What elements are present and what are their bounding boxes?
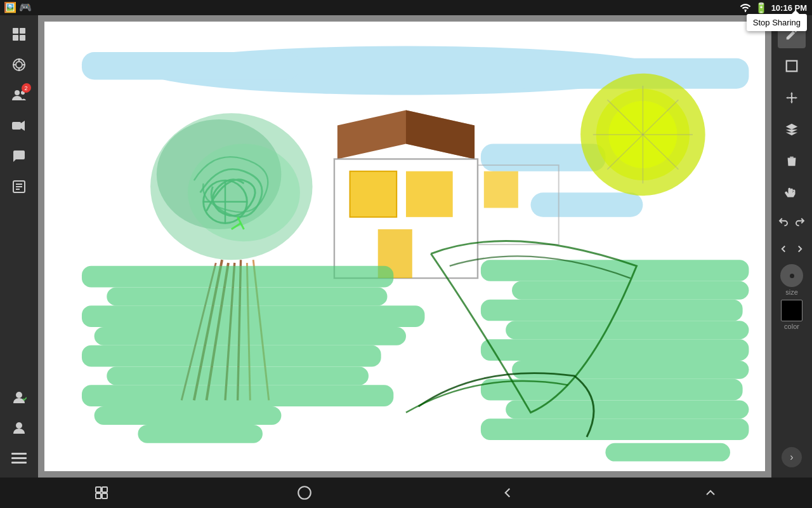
right-toolbar: size color › bbox=[771, 15, 812, 478]
svg-rect-25 bbox=[82, 52, 300, 79]
svg-rect-74 bbox=[512, 361, 749, 379]
svg-rect-64 bbox=[82, 345, 381, 367]
layers-tool-button[interactable] bbox=[778, 116, 806, 144]
status-bar: 🖼️ 🎮 🔋 10:16 PM bbox=[0, 0, 812, 15]
svg-point-18 bbox=[16, 392, 22, 398]
time-display: 10:16 PM bbox=[771, 3, 807, 13]
svg-point-86 bbox=[298, 486, 311, 499]
svg-rect-76 bbox=[506, 400, 749, 418]
sidebar-item-hamburger[interactable] bbox=[5, 444, 33, 472]
stop-sharing-tooltip[interactable]: Stop Sharing bbox=[747, 14, 807, 31]
svg-rect-2 bbox=[20, 28, 25, 34]
sidebar-item-thumbnail[interactable] bbox=[5, 20, 33, 48]
next-button[interactable] bbox=[792, 237, 808, 260]
svg-rect-21 bbox=[11, 457, 27, 459]
users-badge: 2 bbox=[22, 83, 31, 92]
svg-rect-63 bbox=[95, 327, 406, 345]
svg-point-12 bbox=[21, 91, 25, 95]
svg-rect-73 bbox=[481, 339, 749, 361]
canvas-area[interactable] bbox=[38, 15, 771, 478]
size-selector[interactable] bbox=[780, 264, 803, 287]
recent-apps-button[interactable] bbox=[82, 480, 121, 505]
app-thumb-2: 🎮 bbox=[19, 1, 32, 13]
svg-rect-61 bbox=[107, 287, 387, 305]
size-label: size bbox=[785, 288, 798, 296]
svg-rect-60 bbox=[82, 266, 393, 288]
sidebar-item-follow[interactable] bbox=[5, 384, 33, 411]
left-sidebar: 2 bbox=[0, 15, 38, 478]
svg-rect-13 bbox=[12, 122, 21, 130]
undo-button[interactable] bbox=[776, 211, 791, 234]
svg-rect-77 bbox=[481, 418, 749, 440]
drawing-svg bbox=[44, 22, 765, 471]
svg-rect-69 bbox=[481, 260, 749, 281]
svg-rect-83 bbox=[102, 487, 107, 492]
drawing-canvas[interactable] bbox=[44, 22, 765, 471]
color-label: color bbox=[784, 323, 799, 330]
undo-redo-group bbox=[776, 211, 808, 234]
size-control[interactable]: size bbox=[780, 264, 803, 296]
delete-tool-button[interactable] bbox=[778, 147, 806, 175]
svg-rect-75 bbox=[481, 379, 743, 401]
svg-rect-49 bbox=[406, 171, 453, 217]
svg-rect-70 bbox=[512, 281, 749, 300]
svg-rect-85 bbox=[102, 493, 107, 498]
svg-rect-28 bbox=[531, 192, 643, 217]
svg-rect-79 bbox=[787, 61, 797, 72]
svg-rect-82 bbox=[96, 487, 101, 492]
expand-container: › bbox=[782, 447, 802, 472]
svg-rect-65 bbox=[107, 367, 369, 385]
svg-rect-22 bbox=[11, 462, 27, 464]
svg-point-19 bbox=[16, 422, 22, 429]
rectangle-tool-button[interactable] bbox=[778, 52, 806, 80]
svg-rect-66 bbox=[82, 385, 393, 406]
battery-icon: 🔋 bbox=[755, 2, 768, 14]
bottom-bar bbox=[0, 478, 812, 508]
app-thumbnails: 🖼️ 🎮 bbox=[0, 0, 36, 15]
svg-rect-1 bbox=[13, 28, 18, 34]
expand-button[interactable]: › bbox=[782, 447, 802, 467]
color-swatch[interactable] bbox=[781, 300, 802, 321]
svg-rect-47 bbox=[350, 171, 397, 217]
svg-point-6 bbox=[16, 62, 22, 68]
svg-rect-3 bbox=[13, 35, 18, 41]
svg-rect-20 bbox=[11, 453, 27, 455]
back-button[interactable] bbox=[488, 480, 527, 505]
sidebar-item-notes[interactable] bbox=[5, 173, 33, 201]
svg-rect-67 bbox=[95, 406, 282, 425]
svg-point-11 bbox=[15, 90, 20, 95]
app-thumb-1: 🖼️ bbox=[4, 1, 16, 13]
sidebar-item-video[interactable] bbox=[5, 112, 33, 140]
nav-arrows-group bbox=[776, 237, 808, 260]
svg-rect-52 bbox=[484, 171, 518, 208]
svg-rect-78 bbox=[605, 443, 730, 462]
sidebar-item-target[interactable] bbox=[5, 51, 33, 79]
sidebar-item-chat[interactable] bbox=[5, 142, 33, 170]
home-button[interactable] bbox=[285, 480, 324, 505]
svg-rect-71 bbox=[481, 300, 743, 321]
size-dot bbox=[790, 274, 794, 278]
move-tool-button[interactable] bbox=[778, 84, 806, 112]
svg-rect-4 bbox=[20, 35, 25, 41]
sidebar-item-users[interactable]: 2 bbox=[5, 81, 33, 109]
redo-button[interactable] bbox=[792, 211, 808, 234]
minimize-button[interactable] bbox=[691, 480, 730, 505]
svg-rect-62 bbox=[82, 305, 424, 327]
sidebar-item-profile[interactable] bbox=[5, 414, 33, 442]
prev-button[interactable] bbox=[776, 237, 791, 260]
color-control[interactable]: color bbox=[781, 300, 802, 330]
svg-rect-72 bbox=[506, 321, 749, 339]
wifi-icon bbox=[740, 3, 751, 12]
svg-rect-68 bbox=[138, 425, 263, 443]
hand-tool-button[interactable] bbox=[778, 179, 806, 207]
svg-rect-84 bbox=[96, 493, 101, 498]
